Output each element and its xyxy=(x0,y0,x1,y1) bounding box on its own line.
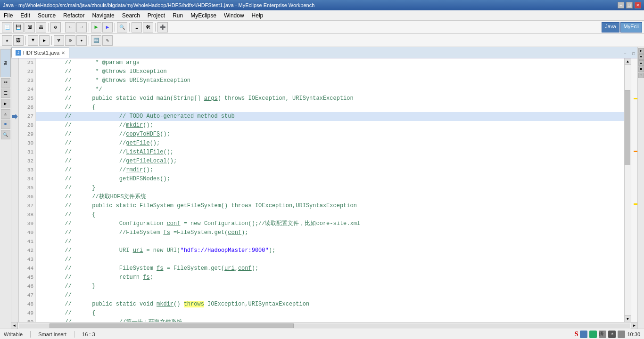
horizontal-scrollbar[interactable]: ◄ ► xyxy=(11,322,637,329)
code-line-49: // { xyxy=(36,309,624,318)
menu-source[interactable]: Source xyxy=(34,10,59,20)
menu-refactor[interactable]: Refactor xyxy=(59,10,88,20)
volume-icon xyxy=(618,331,625,338)
editor-area: J HDFStest1.java ✕ − □ xyxy=(11,47,637,329)
toolbar-right: Java MyEcli xyxy=(602,22,642,32)
sidebar-search-results[interactable]: 🔍 xyxy=(1,130,10,139)
code-line-25: // public static void main(String[] args… xyxy=(36,94,624,103)
print-button[interactable]: 🖶 xyxy=(36,22,46,32)
tab-controls: − □ xyxy=(620,50,637,58)
new-button[interactable]: 📃 xyxy=(2,22,12,32)
menu-navigate[interactable]: Navigate xyxy=(88,10,118,20)
tb2-btn4[interactable]: ▶ xyxy=(39,35,50,46)
code-line-46: // } xyxy=(36,282,624,291)
tab-close-button[interactable]: ✕ xyxy=(61,50,65,56)
tb2-btn7[interactable]: ✦ xyxy=(76,35,87,46)
hscroll-track[interactable] xyxy=(19,323,630,328)
rs-icon-4[interactable]: ■ xyxy=(638,66,644,72)
maximize-editor-button[interactable]: □ xyxy=(630,50,637,58)
code-line-22: // * @throws IOException xyxy=(36,67,624,76)
line-num-23: 23 xyxy=(19,76,33,85)
code-line-38: // { xyxy=(36,210,624,219)
tb2-btn6[interactable]: ⊕ xyxy=(65,35,75,46)
menu-run[interactable]: Run xyxy=(169,10,187,20)
code-content[interactable]: // * @param args // * @throws IOExceptio… xyxy=(36,58,624,322)
sidebar-bookmarks[interactable]: ■ xyxy=(1,120,10,129)
code-container[interactable]: 21 22 23 24 25 26 27 28 29 30 31 32 33 3… xyxy=(11,58,637,322)
sep5 xyxy=(129,23,130,32)
sidebar-outline[interactable]: ☷ xyxy=(1,78,10,88)
sep8 xyxy=(51,36,52,45)
maximize-button[interactable]: □ xyxy=(626,2,633,8)
vertical-scrollbar[interactable]: ▲ ▼ xyxy=(624,58,631,322)
minimize-button[interactable]: – xyxy=(618,2,624,8)
gutter-line xyxy=(11,94,18,103)
build-button[interactable]: ⚙ xyxy=(50,22,61,32)
scroll-right-button[interactable]: ► xyxy=(631,323,637,329)
minimize-editor-button[interactable]: − xyxy=(621,50,629,58)
hscroll-thumb[interactable] xyxy=(50,323,294,328)
scroll-track[interactable] xyxy=(625,65,631,315)
sidebar-console[interactable]: ▶ xyxy=(1,99,10,108)
server-button[interactable]: 🛠 xyxy=(143,22,153,32)
tb2-btn3[interactable]: ▼ xyxy=(28,35,38,46)
lang-icon[interactable]: 语 xyxy=(599,331,606,338)
save-button[interactable]: 💾 xyxy=(13,22,24,32)
tb2-btn5[interactable]: ⛛ xyxy=(54,35,64,46)
sep3 xyxy=(89,23,89,32)
code-line-23: // * @throws URISyntaxException xyxy=(36,76,624,85)
line-num-39: 39 xyxy=(19,219,33,228)
line-num-44: 44 xyxy=(19,264,33,273)
line-num-45: 45 xyxy=(19,273,33,282)
scroll-left-button[interactable]: ◄ xyxy=(11,323,18,329)
line-num-49: 49 xyxy=(19,309,33,318)
tb2-btn1[interactable]: ★ xyxy=(2,35,12,46)
myeclipse-perspective-button[interactable]: MyEcli xyxy=(620,22,642,32)
right-sidebar: ▶ ▼ ▲ ■ □ xyxy=(637,47,644,329)
title-bar: Java - myWholeHadoop/src/main/java/zhoul… xyxy=(0,0,644,10)
menu-search[interactable]: Search xyxy=(118,10,144,20)
sidebar-problems[interactable]: ⚠ xyxy=(1,109,10,119)
rs-icon-1[interactable]: ▶ xyxy=(638,48,644,54)
line-num-47: 47 xyxy=(19,291,33,300)
save-all-button[interactable]: 🖫 xyxy=(25,22,35,32)
code-line-48: // public static void mkdir() throws IOE… xyxy=(36,300,624,309)
menu-edit[interactable]: Edit xyxy=(17,10,34,20)
search-toolbar-button[interactable]: 🔍 xyxy=(117,22,127,32)
menu-file[interactable]: File xyxy=(0,10,17,20)
sep7 xyxy=(25,36,26,45)
keyboard-icon[interactable] xyxy=(589,331,597,338)
back-button[interactable]: ← xyxy=(65,22,75,32)
tab-hdfstest1[interactable]: J HDFStest1.java ✕ xyxy=(11,48,69,58)
scroll-up-button[interactable]: ▲ xyxy=(625,58,631,65)
menu-help[interactable]: Help xyxy=(248,10,267,20)
gutter-line xyxy=(11,85,18,94)
run-btn[interactable]: ▶ xyxy=(91,22,101,32)
scroll-down-button[interactable]: ▼ xyxy=(625,315,631,322)
sidebar-tasks[interactable]: ☰ xyxy=(1,89,10,98)
sidebar-package-explorer[interactable]: PE xyxy=(0,49,11,77)
line-num-26: 26 xyxy=(19,103,33,112)
tb2-btn8[interactable]: 🔤 xyxy=(91,35,101,46)
menu-myeclipse[interactable]: MyEclipse xyxy=(187,10,220,20)
java-perspective-button[interactable]: Java xyxy=(602,22,619,32)
extras-button[interactable]: ➕ xyxy=(157,22,168,32)
debug-btn[interactable]: ▶ xyxy=(102,22,113,32)
rs-icon-5[interactable]: □ xyxy=(638,73,644,78)
tb2-btn2[interactable]: 🖼 xyxy=(13,35,24,46)
scroll-thumb[interactable] xyxy=(625,90,630,165)
input-method-icon[interactable] xyxy=(580,331,587,338)
menu-window[interactable]: Window xyxy=(220,10,248,20)
code-line-34: // getHDFSNodes(); xyxy=(36,175,624,184)
rs-icon-3[interactable]: ▲ xyxy=(638,60,644,66)
network-icon: ☀ xyxy=(608,331,616,338)
menu-project[interactable]: Project xyxy=(144,10,169,20)
code-line-29: // //copyToHDFS(); xyxy=(36,130,624,139)
close-button[interactable]: ✕ xyxy=(635,2,641,8)
forward-button[interactable]: → xyxy=(76,22,87,32)
rs-icon-2[interactable]: ▼ xyxy=(638,54,644,60)
deploy-button[interactable]: ☁ xyxy=(132,22,142,32)
bookmark-arrow xyxy=(12,114,18,120)
line-numbers: 21 22 23 24 25 26 27 28 29 30 31 32 33 3… xyxy=(19,58,36,322)
tb2-btn9[interactable]: ✎ xyxy=(102,35,113,46)
